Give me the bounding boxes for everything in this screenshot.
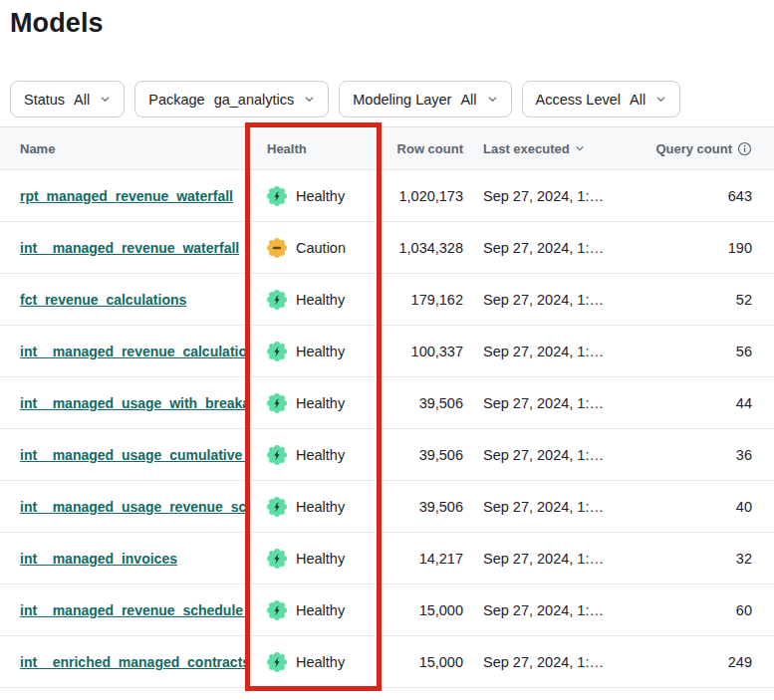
last-executed-cell: Sep 27, 2024, 1:…	[463, 654, 638, 670]
filter-label: Modeling Layer	[353, 92, 451, 108]
table-row: fct_revenue_calculations	[0, 274, 774, 326]
table-body: rpt_managed_revenue_waterfall	[0, 170, 774, 688]
column-header-last-executed[interactable]: Last executed	[463, 141, 638, 156]
filter-status[interactable]: StatusAll	[10, 81, 125, 117]
last-executed-cell: Sep 27, 2024, 1:…	[463, 188, 638, 204]
table-row: int__managed_revenue_waterfall	[0, 222, 774, 274]
query-count-cell: 60	[638, 602, 774, 618]
health-cell: Healthy	[247, 393, 382, 413]
filter-access-level[interactable]: Access LevelAll	[522, 81, 681, 117]
filter-value: All	[630, 92, 645, 108]
name-cell: rpt_managed_revenue_waterfall	[0, 188, 247, 204]
row-count-cell: 1,034,328	[382, 240, 463, 256]
row-count-cell: 100,337	[382, 344, 463, 359]
query-count-cell: 56	[638, 344, 774, 359]
name-cell: int__managed_invoices	[0, 551, 247, 567]
column-header-name: Name	[0, 141, 247, 156]
table-row: int__managed_usage_with_breaka…	[0, 377, 774, 429]
model-name-link[interactable]: int__managed_usage_cumulative_…	[20, 447, 247, 463]
last-executed-cell: Sep 27, 2024, 1:…	[463, 395, 638, 411]
name-cell: int__managed_revenue_schedule_…	[0, 602, 247, 618]
name-cell: int__managed_usage_cumulative_…	[0, 447, 247, 463]
column-header-row-count: Row count	[382, 141, 463, 156]
name-cell: int__managed_revenue_calculations	[0, 344, 247, 359]
health-cell: Healthy	[247, 290, 382, 310]
health-status-label: Caution	[296, 240, 346, 256]
query-count-cell: 643	[638, 188, 774, 204]
healthy-bolt-icon	[267, 290, 287, 310]
chevron-down-icon	[655, 94, 666, 105]
last-executed-cell: Sep 27, 2024, 1:…	[463, 447, 638, 463]
filter-package[interactable]: Packagega_analytics	[134, 81, 329, 117]
models-table: Name Health Row count Last executed Quer…	[0, 126, 774, 688]
sort-chevron-icon	[575, 141, 585, 156]
health-status-label: Healthy	[296, 395, 345, 411]
filter-label: Package	[148, 92, 204, 108]
health-cell: Healthy	[247, 445, 382, 465]
table-row: int__managed_revenue_schedule_…	[0, 584, 774, 636]
info-icon[interactable]	[737, 141, 752, 156]
last-executed-cell: Sep 27, 2024, 1:…	[463, 499, 638, 515]
last-executed-cell: Sep 27, 2024, 1:…	[463, 240, 638, 256]
row-count-cell: 15,000	[382, 602, 463, 618]
caution-dash-icon	[267, 238, 287, 258]
health-cell: Caution	[247, 238, 382, 258]
healthy-bolt-icon	[267, 445, 287, 465]
table-row: int__enriched_managed_contracts	[0, 636, 774, 688]
model-name-link[interactable]: int__managed_revenue_schedule_…	[20, 602, 247, 618]
table-row: int__managed_usage_cumulative_…	[0, 429, 774, 481]
last-executed-cell: Sep 27, 2024, 1:…	[463, 602, 638, 618]
model-name-link[interactable]: int__managed_revenue_calculations	[20, 344, 247, 359]
row-count-cell: 39,506	[382, 395, 463, 411]
query-count-cell: 32	[638, 551, 774, 567]
health-status-label: Healthy	[296, 344, 345, 359]
query-count-cell: 40	[638, 499, 774, 515]
last-executed-cell: Sep 27, 2024, 1:…	[463, 344, 638, 359]
query-count-cell: 249	[638, 654, 774, 670]
health-cell: Healthy	[247, 342, 382, 361]
health-status-label: Healthy	[296, 188, 345, 204]
column-header-health: Health	[247, 141, 382, 156]
query-count-cell: 190	[638, 240, 774, 256]
row-count-cell: 14,217	[382, 551, 463, 567]
health-cell: Healthy	[247, 186, 382, 206]
row-count-cell: 15,000	[382, 654, 463, 670]
healthy-bolt-icon	[267, 549, 287, 569]
health-cell: Healthy	[247, 652, 382, 672]
filter-modeling-layer[interactable]: Modeling LayerAll	[339, 81, 511, 117]
model-name-link[interactable]: int__managed_usage_revenue_sc…	[20, 499, 247, 515]
models-page: Models StatusAll Packagega_analytics Mod…	[0, 0, 774, 700]
row-count-cell: 39,506	[382, 499, 463, 515]
health-cell: Healthy	[247, 497, 382, 517]
healthy-bolt-icon	[267, 393, 287, 413]
last-executed-cell: Sep 27, 2024, 1:…	[463, 551, 638, 567]
row-count-cell: 1,020,173	[382, 188, 463, 204]
query-count-cell: 52	[638, 292, 774, 308]
healthy-bolt-icon	[267, 497, 287, 517]
filter-bar: StatusAll Packagega_analytics Modeling L…	[10, 81, 680, 117]
health-status-label: Healthy	[296, 602, 345, 618]
table-row: int__managed_revenue_calculations	[0, 326, 774, 377]
health-status-label: Healthy	[296, 654, 345, 670]
name-cell: int__managed_usage_revenue_sc…	[0, 499, 247, 515]
filter-value: ga_analytics	[214, 92, 295, 108]
model-name-link[interactable]: int__enriched_managed_contracts	[20, 654, 247, 670]
page-title: Models	[10, 8, 104, 39]
name-cell: int__managed_usage_with_breaka…	[0, 395, 247, 411]
health-status-label: Healthy	[296, 292, 345, 308]
model-name-link[interactable]: fct_revenue_calculations	[20, 292, 186, 308]
filter-label: Access Level	[536, 92, 621, 108]
chevron-down-icon	[304, 94, 315, 105]
table-header: Name Health Row count Last executed Quer…	[0, 126, 774, 170]
model-name-link[interactable]: int__managed_invoices	[20, 551, 177, 567]
chevron-down-icon	[487, 94, 498, 105]
filter-label: Status	[24, 92, 65, 108]
filter-value: All	[74, 92, 90, 108]
chevron-down-icon	[100, 94, 111, 105]
model-name-link[interactable]: int__managed_usage_with_breaka…	[20, 395, 247, 411]
health-status-label: Healthy	[296, 447, 345, 463]
column-header-query-count: Query count	[638, 141, 774, 156]
name-cell: int__enriched_managed_contracts	[0, 654, 247, 670]
model-name-link[interactable]: rpt_managed_revenue_waterfall	[20, 188, 233, 204]
model-name-link[interactable]: int__managed_revenue_waterfall	[20, 240, 239, 256]
